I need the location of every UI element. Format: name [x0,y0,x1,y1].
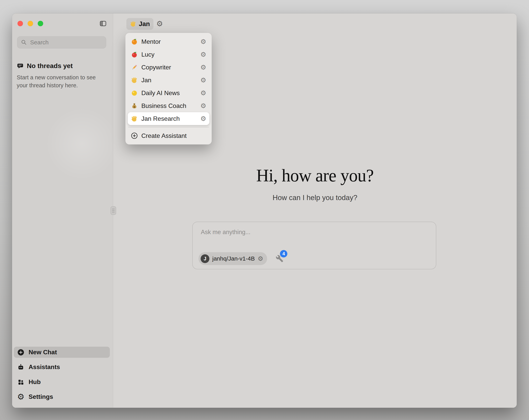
yellow-circle-emoji-icon [131,89,138,96]
menu-item-create-assistant[interactable]: Create Assistant [128,129,209,142]
sidebar-resize-handle[interactable] [111,206,116,215]
close-button[interactable] [17,21,23,26]
tools-count-badge: 4 [280,250,287,257]
sidebar-item-hub[interactable]: Hub [14,377,110,388]
menu-item-daily-ai-news[interactable]: Daily AI News ⚙ [128,86,209,99]
money-bag-emoji-icon [131,102,138,109]
gear-icon[interactable]: ⚙ [200,51,206,58]
minimize-button[interactable] [28,21,33,26]
search-icon [21,39,27,45]
menu-item-business-coach[interactable]: Business Coach ⚙ [128,99,209,112]
menu-item-label: Daily AI News [141,89,180,97]
gear-icon[interactable]: ⚙ [200,115,206,122]
sidebar-item-label: Settings [28,393,53,400]
gear-icon[interactable]: ⚙ [200,38,206,45]
menu-item-label: Copywriter [141,64,171,71]
menu-item-jan[interactable]: Jan ⚙ [128,74,209,86]
orange-emoji-icon [131,38,138,45]
hub-icon [17,378,25,386]
sidebar-toggle-button[interactable] [98,19,108,28]
menu-item-lucy[interactable]: Lucy ⚙ [128,48,209,61]
wave-emoji-icon [131,115,138,122]
sidebar-item-label: Hub [28,378,41,386]
window-controls [17,21,43,26]
empty-state-title: No threads yet [27,62,73,70]
wave-emoji-icon [130,21,136,27]
current-assistant-name: Jan [139,20,150,27]
sidebar-item-label: New Chat [28,349,57,356]
gear-icon[interactable]: ⚙ [200,64,206,71]
gear-icon[interactable]: ⚙ [200,77,206,83]
gear-icon[interactable]: ⚙ [258,256,263,262]
wave-emoji-icon [131,77,138,84]
sidebar-item-label: Assistants [28,363,60,371]
menu-divider [128,127,209,127]
menu-item-copywriter[interactable]: Copywriter ⚙ [128,61,209,74]
menu-item-jan-research[interactable]: Jan Research ⚙ [128,112,209,125]
empty-threads-state: No threads yet Start a new conversation … [17,62,106,89]
plus-circle-outline-icon [131,132,138,139]
gear-icon[interactable]: ⚙ [200,90,206,96]
greeting: Hi, how are you? How can I help you toda… [113,165,517,202]
menu-item-label: Create Assistant [141,132,187,139]
sidebar-item-assistants[interactable]: Assistants [14,362,110,373]
sidebar-toggle-icon [99,20,107,27]
assistant-selector-button[interactable]: Jan [126,18,153,30]
assistant-dropdown-menu: Mentor ⚙ Lucy ⚙ Copywriter ⚙ Jan ⚙ Daily [125,33,212,145]
chat-input[interactable] [200,228,415,243]
pencil-emoji-icon [131,64,138,71]
tools-button[interactable]: 4 [275,254,284,263]
menu-item-label: Mentor [141,38,161,45]
apple-emoji-icon [131,51,138,58]
gear-icon: ⚙ [17,393,25,401]
empty-state-description: Start a new conversation to see your thr… [17,73,106,89]
sidebar: No threads yet Start a new conversation … [12,14,113,408]
sidebar-item-settings[interactable]: ⚙ Settings [14,391,110,402]
greeting-title: Hi, how are you? [113,165,517,186]
menu-item-label: Business Coach [141,102,186,109]
chat-bubble-icon [17,62,24,69]
zoom-button[interactable] [38,21,43,26]
model-name: janhq/Jan-v1-4B [212,255,255,262]
greeting-subtitle: How can I help you today? [113,194,517,202]
grip-dots-icon [112,208,115,213]
menu-item-label: Lucy [141,51,155,58]
gear-icon[interactable]: ⚙ [200,102,206,109]
search-field[interactable] [17,36,106,48]
assistants-icon [17,363,25,371]
plus-circle-icon [17,348,25,356]
search-input[interactable] [30,39,103,46]
gear-icon: ⚙ [156,19,163,28]
main-area: Jan ⚙ Mentor ⚙ Lucy ⚙ Copywriter ⚙ [113,14,517,408]
menu-item-label: Jan [141,77,151,84]
menu-item-label: Jan Research [141,115,180,122]
model-selector[interactable]: J janhq/Jan-v1-4B ⚙ [198,252,267,265]
model-avatar: J [201,254,209,263]
sidebar-item-new-chat[interactable]: New Chat [14,347,110,358]
app-window: No threads yet Start a new conversation … [12,14,517,408]
chat-composer[interactable]: J janhq/Jan-v1-4B ⚙ 4 [192,222,436,269]
assistant-settings-button[interactable]: ⚙ [154,18,165,29]
menu-item-mentor[interactable]: Mentor ⚙ [128,35,209,48]
